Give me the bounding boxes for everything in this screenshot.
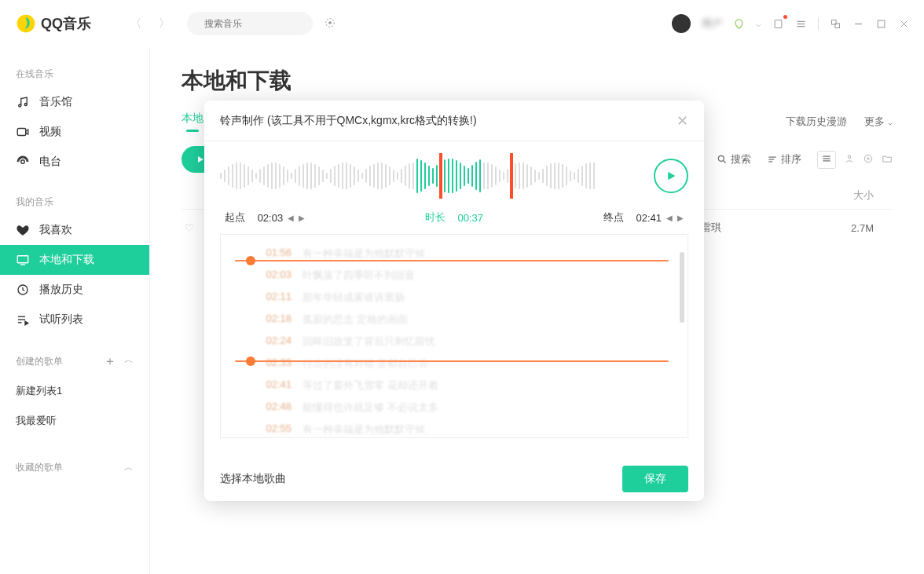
end-slider-thumb[interactable] bbox=[246, 356, 255, 366]
duration: 时长 00:37 bbox=[425, 210, 483, 225]
lyric-line[interactable]: 02:03叶飘落了四季听不到回音 bbox=[221, 265, 688, 287]
modal-title: 铃声制作 (该工具不用于QMCx,kgmx,krc格式的转换!) bbox=[220, 114, 477, 128]
end-next[interactable]: ▶ bbox=[677, 214, 684, 222]
start-time: 起点 02:03 ◀▶ bbox=[225, 210, 305, 225]
lyric-line[interactable]: 02:48能懂得也许就足够 不必说太多 bbox=[221, 397, 688, 419]
waveform[interactable] bbox=[220, 156, 641, 196]
end-slider-track[interactable] bbox=[235, 360, 669, 362]
lyrics-scrollbar[interactable] bbox=[680, 252, 684, 323]
modal-footer: 选择本地歌曲 保存 bbox=[204, 457, 704, 501]
ringtone-modal: 铃声制作 (该工具不用于QMCx,kgmx,krc格式的转换!) ✕ 起点 02… bbox=[204, 101, 704, 501]
lyrics-list: 01:56有一种幸福是为他默默守候02:03叶飘落了四季听不到回音02:11那年… bbox=[221, 243, 688, 438]
save-button[interactable]: 保存 bbox=[622, 466, 688, 492]
start-next[interactable]: ▶ bbox=[299, 214, 305, 222]
pick-local-button[interactable]: 选择本地歌曲 bbox=[220, 472, 286, 486]
lyric-line[interactable]: 02:41等过了窗外飞雪零 花却还开着 bbox=[221, 375, 688, 397]
start-prev[interactable]: ◀ bbox=[288, 214, 294, 222]
start-slider-thumb[interactable] bbox=[246, 256, 255, 265]
lyric-line[interactable]: 02:11那年华轻成雾谁诉衷肠 bbox=[221, 287, 688, 309]
lyric-line[interactable]: 02:55有一种幸福是为他默默守候 bbox=[221, 419, 688, 438]
lyric-line[interactable]: 02:18孤寂的思念 定格的画面 bbox=[221, 309, 688, 331]
preview-play-button[interactable] bbox=[654, 159, 688, 193]
time-row: 起点 02:03 ◀▶ 时长 00:37 终点 02:41 ◀▶ bbox=[204, 210, 704, 234]
end-prev[interactable]: ◀ bbox=[666, 214, 673, 222]
modal-close-icon[interactable]: ✕ bbox=[676, 112, 688, 130]
waveform-area bbox=[204, 141, 704, 210]
modal-header: 铃声制作 (该工具不用于QMCx,kgmx,krc格式的转换!) ✕ bbox=[204, 101, 704, 141]
start-slider-track[interactable] bbox=[235, 260, 669, 261]
lyric-line[interactable]: 02:33付出的没有对错 苦都自己尝 bbox=[221, 353, 688, 375]
lyrics-box: 01:56有一种幸福是为他默默守候02:03叶飘落了四季听不到回音02:11那年… bbox=[220, 234, 688, 438]
play-icon bbox=[664, 169, 678, 183]
lyric-line[interactable]: 02:24回眸旧故笼了背后只剩忆留忧 bbox=[221, 331, 688, 353]
end-time: 终点 02:41 ◀▶ bbox=[603, 210, 684, 225]
